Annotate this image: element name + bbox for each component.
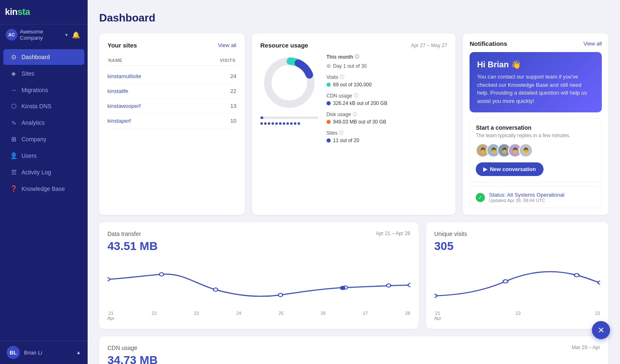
site-link[interactable]: kinstamultisite: [107, 73, 141, 79]
chevron-down-icon: ▾: [65, 32, 68, 38]
resource-card-title: Resource usage: [260, 42, 308, 49]
chart-label: 25: [279, 311, 284, 321]
notification-banner: Hi Brian 👋 You can contact our support t…: [470, 52, 602, 112]
sites-table: NAME VISITS: [107, 55, 236, 69]
sidebar-item-kinsta-dns[interactable]: ⬡ Kinsta DNS: [3, 98, 84, 114]
notifications-view-all-link[interactable]: View all: [583, 40, 602, 47]
site-link[interactable]: kinstawooperf: [107, 103, 141, 109]
visits-dot: [327, 83, 331, 87]
sidebar: kinsta AC Awesome Company ▾ 🔔 ⊙ Dashboar…: [0, 0, 88, 364]
page-title: Dashboard: [99, 12, 608, 24]
visits-stat: Visits ⓘ 69 out of 100,000: [327, 74, 447, 88]
sites-stat: Sites ⓘ 11 out of 20: [327, 130, 447, 143]
cdn-info-icon[interactable]: ⓘ: [354, 93, 358, 99]
sidebar-item-label: Knowledge Base: [21, 186, 65, 192]
sites-info-icon[interactable]: ⓘ: [339, 130, 343, 136]
status-info: Status: All Systems Operational Updated …: [489, 192, 564, 203]
sites-card-title: Your sites: [107, 42, 137, 49]
disk-info-icon[interactable]: ⓘ: [353, 111, 357, 117]
sidebar-item-migrations[interactable]: → Migrations: [3, 82, 84, 98]
site-row: kinstaperf 10: [107, 114, 236, 128]
data-transfer-x-labels: 21Apr 22 23 24 25 26 27 28: [107, 311, 410, 321]
data-transfer-header: Data transfer Apr 21 – Apr 28: [107, 231, 410, 237]
chart-label: 21Apr: [434, 311, 441, 321]
cdn-value: 34.73 MB: [107, 354, 600, 364]
sidebar-item-activity-log[interactable]: ☰ Activity Log: [3, 164, 84, 180]
data-transfer-title: Data transfer: [107, 231, 141, 237]
main-content: Dashboard Your sites View all NAME VISIT…: [88, 0, 620, 364]
sidebar-item-analytics[interactable]: ∿ Analytics: [3, 115, 84, 131]
sidebar-item-dashboard[interactable]: ⊙ Dashboard: [3, 49, 84, 65]
day-label: Day 1 out of 30: [333, 63, 367, 69]
svg-point-3: [107, 278, 110, 281]
sidebar-header: kinsta: [0, 0, 88, 24]
dashboard-icon: ⊙: [10, 53, 17, 61]
svg-point-9: [408, 283, 410, 287]
convo-title: Start a conversation: [476, 124, 596, 131]
data-transfer-card: Data transfer Apr 21 – Apr 28 43.51 MB: [99, 222, 419, 329]
site-visits: 10: [230, 118, 236, 124]
resource-body: This month ⓘ Day 1 out of 30 Visits ⓘ: [260, 54, 447, 148]
svg-point-13: [574, 274, 579, 277]
nav-items: ⊙ Dashboard ◈ Sites → Migrations ⬡ Kinst…: [0, 45, 88, 340]
analytics-icon: ∿: [10, 119, 17, 126]
data-transfer-date: Apr 21 – Apr 28: [376, 231, 410, 236]
close-float-button[interactable]: ✕: [592, 321, 610, 339]
svg-point-5: [213, 288, 217, 291]
migrations-icon: →: [10, 86, 17, 93]
greeting-text: Hi Brian 👋: [477, 59, 594, 69]
sidebar-item-company[interactable]: ⊞ Company: [3, 131, 84, 147]
chart-label: 23: [194, 311, 199, 321]
site-visits: 24: [230, 73, 236, 79]
company-selector[interactable]: AC Awesome Company ▾ 🔔: [0, 24, 88, 45]
notifications-title: Notifications: [470, 40, 507, 47]
svg-point-10: [340, 286, 345, 290]
info-icon[interactable]: ⓘ: [355, 54, 359, 60]
send-icon: ▶: [483, 166, 487, 172]
disk-dot: [327, 120, 331, 124]
sidebar-item-label: Sites: [21, 70, 34, 77]
status-label: Status: All Systems Operational: [489, 192, 564, 198]
sidebar-item-label: Migrations: [21, 87, 48, 93]
svg-point-6: [278, 293, 282, 297]
site-link[interactable]: kinstaperf: [107, 118, 131, 124]
site-link[interactable]: kinstalife: [107, 88, 129, 94]
chart-label: 24: [236, 311, 241, 321]
sidebar-item-label: Users: [21, 152, 37, 159]
sidebar-item-label: Analytics: [21, 119, 45, 126]
data-transfer-value: 43.51 MB: [107, 240, 410, 253]
sidebar-item-users[interactable]: 👤 Users: [3, 148, 84, 164]
chart-label: 22: [516, 311, 521, 321]
sites-card: Your sites View all NAME VISITS kinstamu…: [99, 33, 245, 215]
sites-view-all-link[interactable]: View all: [218, 42, 236, 48]
kinsta-logo: kinsta: [5, 7, 30, 17]
unique-visits-chart: [434, 259, 600, 308]
support-avatars: 👨 👨 👨 👨 👨: [476, 143, 596, 157]
chart-label: 23: [595, 311, 600, 321]
unique-visits-header: Unique visits: [434, 231, 600, 237]
cdn-stat: CDN usage ⓘ 326.24 kB out of 200 GB: [327, 93, 447, 106]
site-row: kinstalife 22: [107, 84, 236, 99]
sidebar-item-sites[interactable]: ◈ Sites: [3, 66, 84, 81]
user-name: Brian Li: [24, 350, 72, 356]
company-avatar: AC: [6, 29, 17, 40]
chart-label: 21Apr: [107, 311, 114, 321]
notifications-card: Notifications View all Hi Brian 👋 You ca…: [463, 33, 608, 215]
sidebar-item-label: Dashboard: [21, 54, 50, 60]
new-conversation-button[interactable]: ▶ New conversation: [476, 162, 543, 176]
chart-label: 27: [363, 311, 368, 321]
charts-row: Data transfer Apr 21 – Apr 28 43.51 MB: [99, 222, 608, 329]
col-visits: VISITS: [220, 58, 236, 63]
site-row: kinstamultisite 24: [107, 69, 236, 84]
user-profile[interactable]: BL Brian Li ▲: [0, 340, 88, 364]
visits-info-icon[interactable]: ⓘ: [340, 74, 344, 80]
sidebar-item-knowledge-base[interactable]: ❓ Knowledge Base: [3, 181, 84, 197]
resource-usage-card: Resource usage Apr 27 – May 27: [252, 33, 455, 215]
disk-stat: Disk usage ⓘ 949.03 MB out of 30 GB: [327, 111, 447, 125]
unique-visits-card: Unique visits 305 21Apr 22 23: [426, 222, 608, 329]
notifications-header: Notifications View all: [470, 40, 602, 47]
notification-bell-button[interactable]: 🔔: [70, 29, 82, 40]
site-visits: 22: [230, 88, 236, 94]
cdn-date: Mar 29 – Apr: [572, 345, 600, 351]
this-month-label: This month ⓘ: [327, 54, 447, 60]
